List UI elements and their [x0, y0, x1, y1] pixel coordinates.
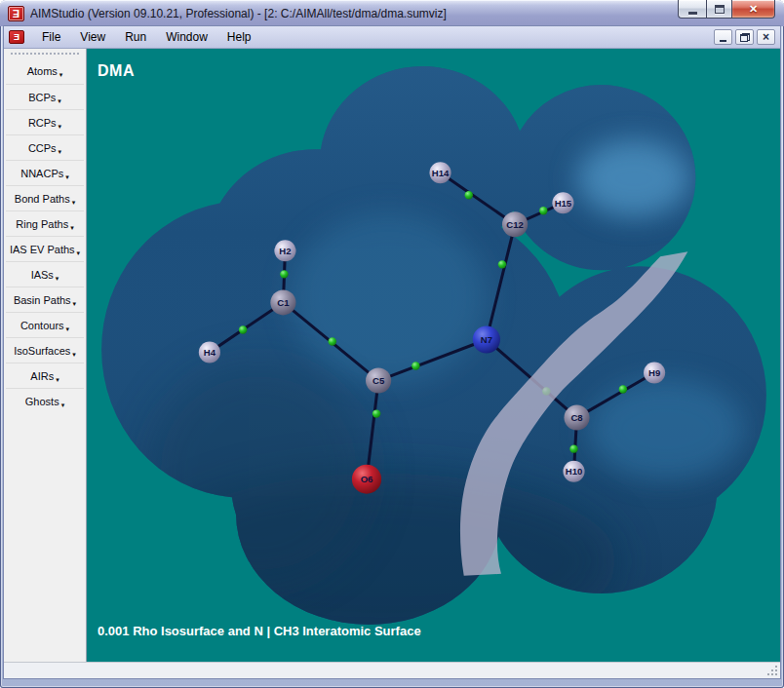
status-bar	[4, 662, 780, 678]
atom-C8[interactable]: C8	[564, 405, 589, 431]
dropdown-arrow-icon: ▾	[72, 351, 76, 358]
sidebar-item-bond-paths[interactable]: Bond Paths▾	[6, 185, 84, 210]
bcp-C1-H4[interactable]	[239, 325, 247, 333]
dropdown-arrow-icon: ▾	[66, 325, 70, 332]
mdi-minimize-icon	[720, 40, 726, 42]
sidebar-item-ccps[interactable]: CCPs▾	[6, 134, 84, 160]
sidebar-item-label: CCPs	[28, 142, 57, 154]
menu-run[interactable]: Run	[115, 27, 156, 47]
atom-label: C1	[277, 297, 290, 308]
atom-label: C12	[506, 219, 524, 230]
sidebar-item-ghosts[interactable]: Ghosts▾	[6, 388, 84, 413]
toolbar-grip[interactable]	[11, 53, 79, 57]
sidebar-item-contours[interactable]: Contours▾	[6, 312, 84, 337]
atom-H2[interactable]: H2	[274, 240, 295, 261]
menu-bar: Ǝ FileViewRunWindowHelp ×	[4, 26, 780, 49]
dropdown-arrow-icon: ▾	[70, 224, 74, 231]
bcp-C5-O6[interactable]	[372, 409, 380, 417]
title-bar[interactable]: Ǝ AIMStudio (Version 09.10.21, Professio…	[0, 0, 784, 26]
sidebar-item-label: IsoSurfaces	[14, 345, 70, 357]
viewport-caption: 0.001 Rho Isosurface and N | CH3 Interat…	[98, 624, 421, 638]
app-icon[interactable]: Ǝ	[8, 6, 24, 21]
bcp-C5-N7[interactable]	[412, 362, 419, 369]
sidebar-item-label: BCPs	[28, 92, 56, 103]
bcp-C8-H10[interactable]	[569, 444, 577, 452]
mdi-close-icon: ×	[763, 31, 769, 43]
atom-label: H15	[555, 198, 572, 209]
sidebar-item-label: IAS EV Paths	[10, 244, 75, 255]
dropdown-arrow-icon: ▾	[58, 97, 61, 104]
3d-viewport[interactable]: H14H15C12H2C1H4C5N7O6C8H9H10 DMA 0.001 R…	[87, 49, 780, 662]
molecule-view: H14H15C12H2C1H4C5N7O6C8H9H10	[87, 49, 780, 662]
sidebar-item-atoms[interactable]: Atoms▾	[6, 58, 84, 84]
atom-label: N7	[481, 334, 492, 345]
close-button[interactable]: ✕	[732, 0, 775, 19]
mdi-controls: ×	[714, 29, 775, 45]
document-icon[interactable]: Ǝ	[9, 30, 24, 44]
sidebar-item-ring-paths[interactable]: Ring Paths▾	[6, 210, 84, 236]
isosurface-blob	[87, 49, 780, 662]
sidebar-item-label: AIRs	[30, 370, 54, 382]
caption-buttons: ✕	[678, 0, 775, 19]
dropdown-arrow-icon: ▾	[56, 275, 59, 282]
menu-window[interactable]: Window	[156, 27, 217, 47]
menu-file[interactable]: File	[32, 27, 70, 47]
minimize-button[interactable]	[678, 0, 706, 19]
sidebar-item-label: Atoms	[27, 65, 58, 77]
bcp-C12-H15[interactable]	[539, 207, 547, 214]
bcp-H2-C1[interactable]	[280, 270, 288, 278]
aimstudio-window: Ǝ AIMStudio (Version 09.10.21, Professio…	[0, 0, 784, 688]
sidebar-item-bcps[interactable]: BCPs▾	[6, 84, 84, 109]
atom-O6[interactable]: O6	[352, 465, 381, 494]
minimize-icon	[688, 12, 697, 15]
sidebar-item-ias-ev-paths[interactable]: IAS EV Paths▾	[6, 236, 84, 261]
atom-label: H4	[204, 347, 216, 358]
mdi-minimize-button[interactable]	[714, 29, 732, 45]
dropdown-arrow-icon: ▾	[73, 300, 77, 307]
atom-N7[interactable]: N7	[473, 325, 500, 353]
molecule-title: DMA	[98, 62, 135, 80]
atom-H10[interactable]: H10	[563, 461, 584, 482]
sidebar-item-airs[interactable]: AIRs▾	[6, 363, 84, 388]
menu-help[interactable]: Help	[217, 27, 261, 47]
atom-C1[interactable]: C1	[270, 289, 295, 315]
atom-label: C8	[570, 412, 582, 423]
atom-label: H10	[566, 466, 583, 477]
sidebar-item-label: Bond Paths	[15, 193, 70, 205]
sidebar-item-label: Contours	[20, 320, 64, 331]
menu-items: FileViewRunWindowHelp	[32, 27, 261, 47]
atom-H15[interactable]: H15	[552, 192, 573, 213]
sidebar-item-rcps[interactable]: RCPs▾	[6, 109, 84, 134]
sidebar-item-label: Basin Paths	[14, 294, 71, 306]
mdi-restore-button[interactable]	[735, 29, 754, 45]
window-frame: Ǝ FileViewRunWindowHelp × Atoms▾BCPs▾RCP…	[4, 26, 780, 678]
bcp-C8-H9[interactable]	[619, 385, 627, 393]
dropdown-arrow-icon: ▾	[77, 249, 81, 256]
atom-C5[interactable]: C5	[366, 368, 391, 394]
dropdown-arrow-icon: ▾	[59, 148, 62, 155]
bcp-C1-C5[interactable]	[329, 337, 336, 345]
menu-view[interactable]: View	[70, 27, 115, 47]
atom-H14[interactable]: H14	[429, 162, 451, 183]
sidebar-item-iass[interactable]: IASs▾	[6, 261, 84, 287]
sidebar-item-basin-paths[interactable]: Basin Paths▾	[6, 287, 84, 312]
sidebar-item-label: Ghosts	[25, 396, 59, 407]
dropdown-arrow-icon: ▾	[59, 123, 62, 130]
resize-grip[interactable]	[767, 666, 777, 675]
sidebar-item-label: RCPs	[28, 117, 57, 129]
mdi-restore-icon	[740, 33, 750, 42]
bcp-N7-C12[interactable]	[498, 260, 506, 268]
atom-C12[interactable]: C12	[502, 211, 528, 237]
bcp-C12-H14[interactable]	[465, 191, 473, 199]
dropdown-arrow-icon: ▾	[59, 71, 63, 78]
dropdown-arrow-icon: ▾	[61, 401, 65, 408]
mdi-close-button[interactable]: ×	[757, 29, 775, 45]
sidebar-item-label: IASs	[31, 269, 54, 281]
atom-H9[interactable]: H9	[644, 363, 665, 384]
dropdown-arrow-icon: ▾	[72, 199, 76, 206]
maximize-button[interactable]	[706, 0, 732, 19]
sidebar-item-nnacps[interactable]: NNACPs▾	[6, 160, 84, 185]
sidebar-item-isosurfaces[interactable]: IsoSurfaces▾	[6, 337, 84, 363]
atom-label: H14	[432, 168, 450, 178]
atom-H4[interactable]: H4	[199, 341, 220, 363]
